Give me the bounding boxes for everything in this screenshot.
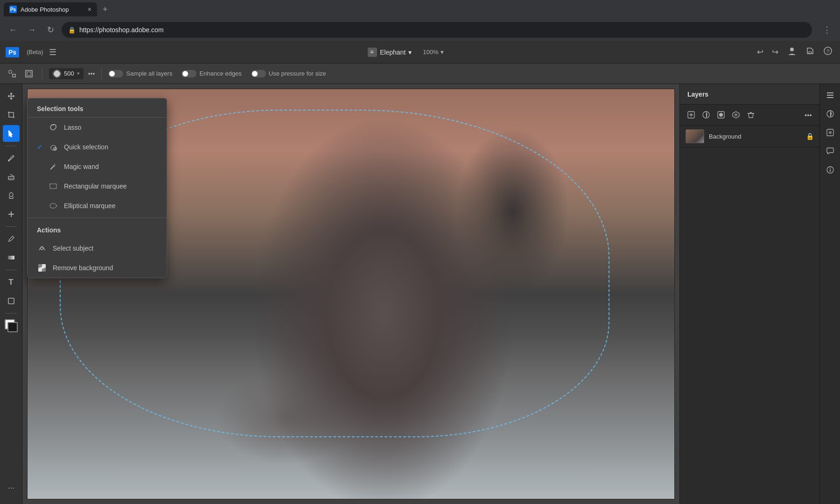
new-tab-button[interactable]: + — [101, 3, 110, 16]
magic-wand-item[interactable]: ✓ Magic wand — [28, 157, 167, 176]
svg-rect-30 — [827, 95, 833, 96]
background-color[interactable] — [7, 322, 18, 332]
rect-marquee-label: Rectangular marquee — [64, 182, 127, 190]
toolbar-more-button[interactable]: ••• — [88, 70, 95, 77]
ps-file-name[interactable]: Elephant ▾ — [368, 48, 412, 57]
pressure-toggle-track[interactable] — [251, 70, 266, 77]
lock-icon: 🔒 — [68, 27, 76, 34]
rect-marquee-icon — [48, 181, 58, 191]
tool-crop[interactable] — [3, 106, 20, 123]
ellip-marquee-label: Elliptical marquee — [64, 202, 116, 210]
svg-rect-29 — [827, 92, 833, 93]
svg-rect-17 — [50, 184, 56, 189]
svg-rect-2 — [809, 52, 812, 54]
tool-eyedropper[interactable] — [3, 231, 20, 247]
add-layer-button[interactable] — [685, 108, 698, 121]
ps-right-panel: Layers — [679, 84, 819, 504]
enhance-edges-toggle[interactable]: Enhance edges — [182, 70, 241, 77]
toolbar-icon-1[interactable] — [6, 67, 19, 80]
tool-separator-4 — [6, 313, 17, 314]
tab-favicon: Ps — [9, 6, 17, 13]
quick-sel-label: Quick selection — [64, 143, 108, 151]
browser-tab-photoshop[interactable]: Ps Adobe Photoshop × — [4, 2, 97, 16]
select-subject-item[interactable]: Select subject — [28, 238, 167, 258]
far-right-adjustments-btn[interactable] — [823, 106, 838, 121]
svg-point-36 — [830, 168, 831, 169]
enhance-toggle-track[interactable] — [182, 70, 196, 77]
back-button[interactable]: ← — [6, 22, 21, 37]
zoom-indicator[interactable]: 100% ▾ — [423, 49, 443, 56]
far-right-properties-btn[interactable] — [823, 125, 838, 140]
sample-toggle-track[interactable] — [108, 70, 123, 77]
far-right-layers-btn[interactable] — [823, 88, 838, 103]
remove-background-item[interactable]: Remove background — [28, 258, 167, 278]
help-button[interactable]: ? — [821, 44, 834, 60]
layer-background[interactable]: Background 🔒 — [680, 126, 819, 147]
tool-gradient[interactable] — [3, 249, 20, 266]
sample-all-layers-toggle[interactable]: Sample all layers — [108, 70, 172, 77]
tool-heal[interactable] — [3, 206, 20, 223]
tool-shape[interactable] — [3, 293, 20, 309]
mask-layer-button[interactable] — [714, 108, 728, 121]
toolbar-icon-2[interactable] — [22, 67, 35, 80]
save-button[interactable] — [804, 44, 817, 60]
user-button[interactable] — [785, 44, 799, 60]
panel-divider — [28, 217, 167, 218]
tool-stamp[interactable] — [3, 187, 20, 204]
svg-rect-8 — [27, 72, 31, 76]
quick-selection-item[interactable]: ✓ Quick selection — [28, 137, 167, 157]
svg-point-27 — [719, 113, 723, 117]
ps-file-icon — [368, 48, 377, 57]
layers-more-icon: ••• — [805, 111, 812, 119]
lasso-tool-item[interactable]: ✓ Lasso — [28, 118, 167, 137]
far-right-chat-btn[interactable] — [823, 144, 838, 159]
svg-rect-7 — [26, 70, 32, 77]
ps-menu-icon[interactable]: ☰ — [49, 47, 56, 57]
undo-button[interactable]: ↩ — [755, 45, 765, 59]
elliptical-marquee-item[interactable]: ✓ Elliptical marquee — [28, 196, 167, 216]
svg-point-18 — [50, 203, 56, 208]
nav-actions: ⋮ — [819, 22, 834, 37]
lasso-icon — [48, 122, 58, 133]
tool-more[interactable]: ⋯ — [3, 480, 20, 497]
ellip-marquee-icon — [48, 201, 58, 211]
refresh-button[interactable]: ↻ — [43, 22, 58, 37]
svg-rect-5 — [9, 70, 12, 73]
adjust-layer-button[interactable] — [700, 108, 713, 121]
browser-window: Ps Adobe Photoshop × + ← → ↻ 🔒 https://p… — [0, 0, 840, 41]
rect-marquee-item[interactable]: ✓ Rectangular marquee — [28, 176, 167, 196]
layers-title: Layers — [687, 91, 708, 98]
quick-sel-icon — [48, 142, 58, 152]
pressure-toggle-thumb — [252, 71, 258, 77]
ps-toolbar: 500 ▾ ••• Sample all layers Enhance edge… — [0, 63, 840, 84]
ps-header-actions: ↩ ↪ ? — [755, 44, 834, 60]
forward-button[interactable]: → — [24, 22, 39, 37]
far-right-info-btn[interactable] — [823, 162, 838, 177]
layers-more-button[interactable]: ••• — [802, 108, 815, 121]
redo-button[interactable]: ↪ — [770, 45, 780, 59]
pressure-toggle[interactable]: Use pressure for size — [251, 70, 326, 77]
ps-far-right — [819, 84, 840, 504]
tool-eraser[interactable] — [3, 168, 20, 185]
tool-text[interactable]: T — [3, 274, 20, 291]
tool-brush[interactable] — [3, 150, 20, 167]
actions-header: Actions — [28, 220, 167, 238]
sample-toggle-thumb — [109, 71, 115, 77]
sample-all-layers-label: Sample all layers — [126, 70, 172, 77]
more-button[interactable]: ⋮ — [819, 22, 834, 37]
brush-size-control[interactable]: 500 ▾ — [49, 68, 84, 79]
delete-layer-button[interactable] — [744, 108, 757, 121]
color-swatch[interactable] — [5, 319, 18, 332]
tool-selection[interactable] — [3, 125, 20, 142]
svg-point-14 — [53, 124, 54, 126]
remove-background-label: Remove background — [53, 264, 113, 272]
svg-point-28 — [735, 113, 737, 116]
toolbar-selection-group — [6, 67, 35, 80]
layer-thumbnail — [686, 129, 704, 143]
smart-object-button[interactable] — [729, 108, 742, 121]
layers-header: Layers — [680, 84, 819, 105]
tab-close-button[interactable]: × — [88, 6, 91, 13]
tool-move[interactable] — [3, 88, 20, 105]
address-bar[interactable]: 🔒 https://photoshop.adobe.com — [62, 22, 812, 38]
ps-canvas-area[interactable]: Selection tools ✓ Lasso ✓ — [22, 84, 679, 504]
